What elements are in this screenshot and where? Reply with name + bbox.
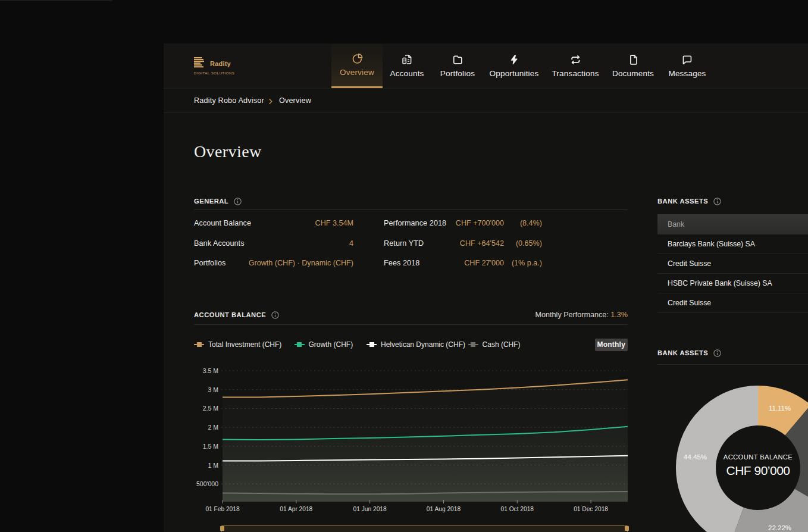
window-edge-strip <box>0 0 112 1</box>
brush-handle-right[interactable] <box>625 526 629 531</box>
line-chart[interactable]: 3.5 M3 M2.5 M2 M1.5 M1 M500'00001 Feb 20… <box>194 363 628 515</box>
legend-marker <box>295 341 305 349</box>
donut-slice-label: 22.22% <box>768 524 791 531</box>
y-tick-label: 2 M <box>208 424 218 431</box>
info-icon[interactable] <box>271 311 279 319</box>
info-icon[interactable] <box>234 198 242 205</box>
bank-assets-table: BankBarclays Bank (Suisse) SACredit Suis… <box>657 214 808 313</box>
stat-row: Bank Accounts 4 <box>194 233 353 254</box>
stat-value: CHF +700'000 <box>456 219 504 227</box>
bank-table-row[interactable]: HSBC Private Bank (Suisse) SA <box>657 274 808 293</box>
stat-value: CHF +64'542 <box>460 239 504 248</box>
x-tick-label: 01 Oct 2018 <box>501 506 534 512</box>
general-section: GENERAL Account Balance CHF 3.54MBank Ac… <box>194 198 628 273</box>
stat-row: Return YTD CHF +64'542 (0.65%) <box>384 233 542 254</box>
x-tick-label: 01 Aug 2018 <box>427 506 461 512</box>
y-tick-label: 2.5 M <box>203 405 218 412</box>
bank-table-header[interactable]: Bank <box>657 214 808 234</box>
breadcrumb-current: Overview <box>279 96 311 105</box>
nav-tab-label: Transactions <box>552 69 599 78</box>
nav-tab-label: Messages <box>668 69 706 78</box>
info-icon[interactable] <box>713 198 721 205</box>
info-icon[interactable] <box>713 349 721 357</box>
stat-row: Fees 2018 CHF 27'000 (1% p.a.) <box>384 253 542 273</box>
bank-table-row[interactable]: Barclays Bank (Suisse) SA <box>657 234 808 254</box>
legend-item[interactable]: Growth (CHF) <box>295 340 367 349</box>
breadcrumb: Radity Robo Advisor Overview <box>164 89 808 113</box>
account-balance-section: ACCOUNT BALANCE Monthly Performance: 1.3… <box>194 311 628 518</box>
chevron-right-icon <box>269 99 273 104</box>
sidebar: BANK ASSETS BankBarclays Bank (Suisse) S… <box>657 113 808 532</box>
stat-percent: (8.4%) <box>504 219 542 227</box>
stat-value: CHF 27'000 <box>464 259 504 267</box>
folder-icon <box>452 54 463 65</box>
chart-range-brush[interactable] <box>221 525 628 532</box>
legend-item[interactable]: Cash (CHF) <box>468 340 521 349</box>
nav-tab-messages[interactable]: Messages <box>668 43 706 88</box>
section-divider <box>194 324 628 325</box>
nav-tab-transactions[interactable]: Transactions <box>552 43 599 88</box>
x-tick-label: 01 Apr 2018 <box>280 506 312 512</box>
nav-tab-documents[interactable]: Documents <box>612 43 654 88</box>
section-divider <box>194 209 628 210</box>
legend-item[interactable]: Total Investment (CHF) <box>194 340 295 349</box>
nav-tab-overview[interactable]: Overview <box>331 43 383 88</box>
donut-slice-label: 44.45% <box>684 453 707 461</box>
stat-value: Growth (CHF) · Dynamic (CHF) <box>249 259 353 267</box>
app-window: Radity DIGITAL SOLUTIONS Overview Accoun… <box>164 43 808 532</box>
bank-table-row[interactable]: Credit Suisse <box>657 254 808 274</box>
accounts-icon <box>401 54 412 65</box>
nav-tab-portfolios[interactable]: Portfolios <box>440 43 475 88</box>
pie-chart-icon <box>352 53 363 64</box>
brush-handle-left[interactable] <box>220 526 224 531</box>
legend-item[interactable]: Helvetican Dynamic (CHF) <box>367 340 468 349</box>
legend-marker <box>367 341 377 349</box>
general-heading: GENERAL <box>194 198 228 205</box>
stat-row: Performance 2018 CHF +700'000 (8.4%) <box>384 213 542 233</box>
bank-assets-heading: BANK ASSETS <box>657 198 708 205</box>
page-title: Overview <box>194 142 628 161</box>
y-tick-label: 3 M <box>208 386 218 393</box>
nav-tab-label: Accounts <box>390 69 424 78</box>
stat-label: Performance 2018 <box>384 219 446 227</box>
monthly-range-button[interactable]: Monthly <box>595 339 628 351</box>
bank-assets-donut-heading: BANK ASSETS <box>657 349 708 356</box>
brush-mini-chart <box>222 526 627 532</box>
stat-label: Portfolios <box>194 259 226 267</box>
y-tick-label: 3.5 M <box>203 367 218 374</box>
nav-tab-accounts[interactable]: Accounts <box>390 43 424 88</box>
breadcrumb-root[interactable]: Radity Robo Advisor <box>194 96 264 105</box>
stat-row: Portfolios Growth (CHF) · Dynamic (CHF) <box>194 253 353 273</box>
account-balance-heading: ACCOUNT BALANCE <box>194 311 266 318</box>
top-navbar: Radity DIGITAL SOLUTIONS Overview Accoun… <box>164 43 808 89</box>
y-tick-label: 1.5 M <box>203 443 218 450</box>
chat-bubble-icon <box>681 54 693 65</box>
donut-slice-label: 11.11% <box>769 405 791 412</box>
stat-value: 4 <box>349 239 353 248</box>
legend-label: Growth (CHF) <box>309 340 353 349</box>
monthly-performance-value: 1.3% <box>610 311 628 319</box>
donut-chart[interactable]: 11.11%22.22%44.45%ACCOUNT BALANCECHF 90’… <box>657 364 808 532</box>
stat-label: Fees 2018 <box>384 259 419 267</box>
nav-tab-label: Overview <box>340 68 374 77</box>
donut-center-label: ACCOUNT BALANCE <box>724 453 793 461</box>
stat-percent: (1% p.a.) <box>504 259 542 267</box>
nav-tab-label: Documents <box>612 69 654 78</box>
legend-label: Helvetican Dynamic (CHF) <box>381 340 465 349</box>
stat-percent: (0.65%) <box>504 239 542 248</box>
y-tick-label: 500'000 <box>196 480 218 487</box>
x-tick-label: 01 Dec 2018 <box>574 506 608 512</box>
stat-value: CHF 3.54M <box>315 219 353 227</box>
nav-tab-opportunities[interactable]: Opportunities <box>490 43 539 88</box>
legend-marker <box>194 341 204 349</box>
stat-label: Bank Accounts <box>194 239 245 248</box>
stat-label: Return YTD <box>384 239 424 248</box>
x-tick-label: 01 Jun 2018 <box>353 506 387 512</box>
stat-label: Account Balance <box>194 219 251 227</box>
bank-table-row[interactable]: Credit Suisse <box>657 293 808 313</box>
y-tick-label: 1 M <box>208 462 218 469</box>
nav-tab-label: Portfolios <box>440 69 475 78</box>
stat-row: Account Balance CHF 3.54M <box>194 213 353 233</box>
monthly-performance: Monthly Performance: 1.3% <box>535 311 628 319</box>
chart-legend: Total Investment (CHF) Growth (CHF) Helv… <box>194 339 628 351</box>
